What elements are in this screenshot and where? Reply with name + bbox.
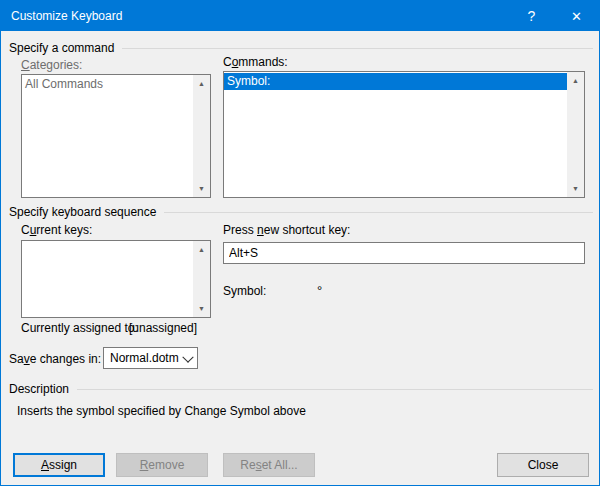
scroll-up-icon[interactable]: ▲ xyxy=(193,75,210,92)
symbol-label: Symbol: xyxy=(223,284,266,298)
close-button[interactable]: Close xyxy=(497,453,589,477)
section-description: Description xyxy=(9,382,593,396)
remove-button: Remove xyxy=(116,453,208,477)
scroll-down-icon[interactable]: ▼ xyxy=(567,180,584,197)
commands-label: Commands: xyxy=(223,55,288,69)
close-icon: ✕ xyxy=(571,9,582,24)
currently-assigned-value: [unassigned] xyxy=(129,321,197,335)
categories-list: All Commands xyxy=(22,75,193,197)
press-new-shortcut-label: Press new shortcut key: xyxy=(223,223,350,237)
dropdown-chevron-icon xyxy=(179,348,197,368)
scroll-up-icon[interactable]: ▲ xyxy=(193,241,210,258)
scroll-down-icon[interactable]: ▼ xyxy=(193,180,210,197)
section-specify-command-label: Specify a command xyxy=(9,41,114,55)
customize-keyboard-dialog: Customize Keyboard ? ✕ Specify a command… xyxy=(0,0,600,486)
current-keys-label: Current keys: xyxy=(21,223,92,237)
save-changes-dropdown[interactable]: Normal.dotm xyxy=(103,347,198,369)
symbol-preview: ° xyxy=(317,283,322,298)
section-keyboard-sequence: Specify keyboard sequence xyxy=(9,205,593,219)
categories-label: Categories: xyxy=(21,58,82,72)
current-keys-list xyxy=(22,241,193,317)
commands-list: Symbol: xyxy=(224,72,567,197)
section-divider xyxy=(77,389,593,390)
commands-scrollbar[interactable]: ▲ ▼ xyxy=(567,72,584,197)
section-description-label: Description xyxy=(9,382,69,396)
reset-all-button: Reset All... xyxy=(223,453,315,477)
description-text: Inserts the symbol specified by Change S… xyxy=(17,404,306,418)
titlebar-close-button[interactable]: ✕ xyxy=(554,1,599,31)
section-keyboard-sequence-label: Specify keyboard sequence xyxy=(9,205,156,219)
titlebar[interactable]: Customize Keyboard ? ✕ xyxy=(1,1,599,31)
current-keys-listbox[interactable]: ▲ ▼ xyxy=(21,240,211,318)
currently-assigned-label: Currently assigned to: xyxy=(21,321,138,335)
section-specify-command: Specify a command xyxy=(9,41,593,55)
help-button[interactable]: ? xyxy=(509,1,554,31)
categories-listbox[interactable]: All Commands ▲ ▼ xyxy=(21,74,211,198)
shortcut-key-input[interactable] xyxy=(223,242,585,264)
scroll-down-icon[interactable]: ▼ xyxy=(193,300,210,317)
section-divider xyxy=(122,48,593,49)
save-changes-label: Save changes in: xyxy=(9,352,101,366)
save-changes-value: Normal.dotm xyxy=(104,351,179,365)
current-keys-scrollbar[interactable]: ▲ ▼ xyxy=(193,241,210,317)
help-icon: ? xyxy=(528,8,536,24)
dialog-title: Customize Keyboard xyxy=(1,9,509,23)
list-item-all-commands[interactable]: All Commands xyxy=(22,76,193,93)
assign-button[interactable]: Assign xyxy=(13,453,105,477)
list-item-symbol[interactable]: Symbol: xyxy=(224,73,567,90)
scroll-up-icon[interactable]: ▲ xyxy=(567,72,584,89)
section-divider xyxy=(164,212,593,213)
commands-listbox[interactable]: Symbol: ▲ ▼ xyxy=(223,71,585,198)
categories-scrollbar[interactable]: ▲ ▼ xyxy=(193,75,210,197)
